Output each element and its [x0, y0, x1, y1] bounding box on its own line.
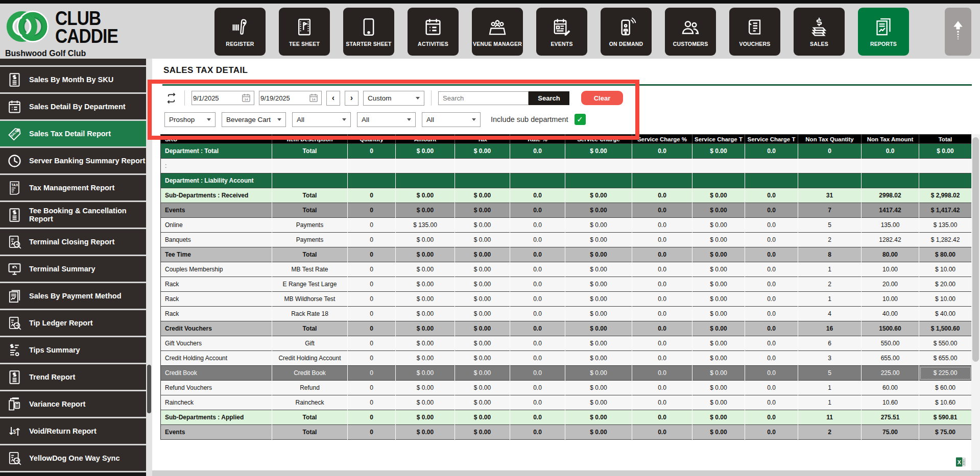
nav-button-reports[interactable]: REPORTS	[858, 8, 909, 56]
sidebar-item-sales-tax-detail-report[interactable]: SALESales Tax Detail Report	[0, 121, 146, 146]
sidebar-item-variance-report[interactable]: Variance Report	[0, 391, 146, 417]
sidebar-item-yellowdog-one-way-sync[interactable]: YellowDog One Way Sync	[0, 445, 146, 471]
table-cell: Credit Book	[272, 366, 348, 381]
brand-logo[interactable]: CLUB CADDIE	[4, 8, 127, 47]
sidebar-scrollbar-thumb[interactable]	[147, 365, 151, 413]
table-row[interactable]: RackMB Wildhorse Test0$ 0.00$ 0.000.0$ 0…	[161, 292, 972, 307]
sidebar-item-tax-management-report[interactable]: TAXTax Management Report	[0, 175, 146, 201]
sidebar-item-void-return-report[interactable]: $Void/Return Report	[0, 418, 146, 444]
nav-button-register[interactable]: REGISTER	[214, 8, 266, 56]
table-row[interactable]: OnlinePayments0$ 135.00$ 0.000.0$ 0.000.…	[161, 218, 972, 233]
table-row[interactable]: Credit BookCredit Book0$ 0.00$ 0.000.0$ …	[161, 366, 972, 381]
filter-select-4[interactable]: All	[357, 112, 416, 127]
table-cell	[455, 159, 510, 173]
table-vertical-scrollbar[interactable]	[971, 134, 980, 470]
nav-button-sales[interactable]: SALES	[794, 8, 845, 56]
sidebar-item-tips-summary[interactable]: Tips Summary	[0, 337, 146, 363]
table-cell: $ 0.00	[455, 277, 510, 292]
next-period-button[interactable]: ›	[345, 91, 358, 106]
table-row[interactable]: Department : Liability Account	[161, 173, 972, 188]
sidebar-item-server-banking-summary-report[interactable]: Server Banking Summary Report	[0, 148, 146, 173]
sidebar-item-trend-report[interactable]: Trend Report	[0, 364, 146, 390]
start-date-input[interactable]	[193, 94, 237, 102]
table-row[interactable]: Couples MembershipMB Test Rate0$ 0.00$ 0…	[161, 262, 972, 277]
search-input[interactable]	[438, 91, 529, 105]
table-vertical-scrollbar-thumb[interactable]	[972, 137, 979, 362]
scroll-top-button[interactable]	[945, 8, 971, 56]
table-row[interactable]: RackE Range Test Large0$ 0.00$ 0.000.0$ …	[161, 277, 972, 292]
table-cell: Total	[272, 410, 348, 425]
include-sub-department-checkbox[interactable]: ✓	[575, 114, 586, 125]
sidebar-item-tee-booking-cancellation-report[interactable]: Tee Booking & Cancellation Report	[0, 202, 146, 228]
table-cell: 0.0	[510, 247, 565, 262]
table-cell: 7	[798, 203, 862, 218]
nav-button-customers[interactable]: CUSTOMERS	[665, 8, 716, 56]
filter-select-5[interactable]: All	[422, 112, 481, 127]
table-row[interactable]: Department : TotalTotal0$ 0.00$ 0.000.0$…	[161, 144, 972, 159]
sidebar-item-terminal-summary[interactable]: Terminal Summary	[0, 256, 146, 282]
table-cell: $ 590.81	[919, 410, 972, 425]
filter-3-value: All	[297, 116, 304, 123]
column-header-service-charge: Service Charge %	[632, 135, 692, 144]
table-row[interactable]: Credit Holding AccountCredit Holding Acc…	[161, 351, 972, 366]
date-range-select[interactable]: Custom	[363, 91, 424, 106]
nav-button-events[interactable]: EVENTS	[536, 8, 587, 56]
nav-button-starter-sheet[interactable]: STARTER SHEET	[343, 8, 394, 56]
excel-export-button[interactable]: X	[955, 456, 967, 468]
table-row[interactable]: Credit VouchersTotal0$ 0.00$ 0.000.0$ 0.…	[161, 321, 972, 336]
table-cell: 0.0	[510, 218, 565, 233]
previous-period-button[interactable]: ‹	[326, 91, 340, 106]
sidebar-item-terminal-closing-report[interactable]: Terminal Closing Report	[0, 229, 146, 255]
table-row[interactable]: :	[161, 159, 972, 173]
report-content: SALES TAX DETAIL 14 14 ‹ ›	[152, 59, 980, 476]
sidebar-item-partial[interactable]	[0, 59, 146, 65]
nav-button-tee-sheet[interactable]: TEE SHEET	[279, 8, 330, 56]
svg-text:TAX: TAX	[11, 183, 18, 187]
calendar-icon[interactable]: 14	[308, 93, 319, 103]
content-horizontal-scrollbar[interactable]	[152, 470, 980, 476]
table-row[interactable]: BanquetsPayments0$ 0.00$ 0.000.0$ 0.000.…	[161, 233, 972, 247]
filter-select-3[interactable]: All	[292, 112, 351, 127]
table-row[interactable]: Tee TimeTotal0$ 0.00$ 0.000.0$ 0.000.0$ …	[161, 247, 972, 262]
clear-button[interactable]: Clear	[581, 91, 623, 105]
end-date-field[interactable]: 14	[259, 91, 322, 105]
table-cell	[798, 173, 862, 188]
chevron-down-icon	[342, 118, 346, 121]
table-row[interactable]: EventsTotal0$ 0.00$ 0.000.0$ 0.000.0$ 0.…	[161, 203, 972, 218]
sidebar-item-sales-by-month-by-sku[interactable]: Sales By Month By SKU	[0, 67, 146, 92]
nav-button-vouchers[interactable]: VOUCHERS	[729, 8, 780, 56]
table-row[interactable]: RackRack Rate 180$ 0.00$ 0.000.0$ 0.000.…	[161, 307, 972, 321]
monitor-refresh-icon	[7, 261, 22, 277]
nav-button-venue-manager[interactable]: VENUE MANAGER	[472, 8, 523, 56]
table-cell: $ 0.00	[692, 203, 745, 218]
table-cell: 0.0	[745, 233, 798, 247]
sidebar-item-tip-ledger-report[interactable]: Tip Ledger Report	[0, 310, 146, 336]
nav-button-activities[interactable]: ACTIVITIES	[408, 8, 459, 56]
nav-button-on-demand[interactable]: ON DEMAND	[601, 8, 652, 56]
sub-department-select[interactable]: Beverage Cart	[222, 112, 286, 127]
table-row[interactable]: RaincheckRaincheck0$ 0.00$ 0.000.0$ 0.00…	[161, 395, 972, 410]
table-cell: 0.0	[632, 233, 692, 247]
svg-text:X: X	[958, 459, 961, 465]
table-row[interactable]: Sub-Departments : ReceivedTotal0$ 0.00$ …	[161, 188, 972, 203]
table-cell: 4	[798, 307, 862, 321]
refresh-icon[interactable]	[164, 91, 178, 105]
sidebar-item-sales-detail-by-department[interactable]: Sales Detail By Department	[0, 94, 146, 119]
table-cell: 0	[348, 247, 396, 262]
end-date-input[interactable]	[260, 94, 304, 102]
department-select[interactable]: Proshop	[164, 112, 216, 127]
table-row[interactable]: Gift VouchersGift0$ 0.00$ 0.000.0$ 0.000…	[161, 336, 972, 351]
table-row[interactable]: Sub-Departments : AppliedTotal0$ 0.00$ 0…	[161, 410, 972, 425]
table-cell: 5	[798, 218, 862, 233]
filter-4-value: All	[362, 116, 369, 123]
table-row[interactable]: EventsTotal0$ 0.00$ 0.000.0$ 0.000.0$ 0.…	[161, 425, 972, 440]
search-button[interactable]: Search	[529, 91, 569, 105]
page-title: SALES TAX DETAIL	[163, 65, 248, 76]
table-row[interactable]: Refund VouchersRefund0$ 0.00$ 0.000.0$ 0…	[161, 381, 972, 395]
sidebar-item-sales-by-payment-method[interactable]: Sales By Payment Method	[0, 283, 146, 309]
sidebar-scrollbar[interactable]	[146, 59, 152, 476]
table-cell: $ 0.00	[692, 336, 745, 351]
report-magnify-icon	[7, 234, 22, 250]
calendar-icon[interactable]: 14	[241, 93, 251, 103]
start-date-field[interactable]: 14	[192, 91, 254, 105]
